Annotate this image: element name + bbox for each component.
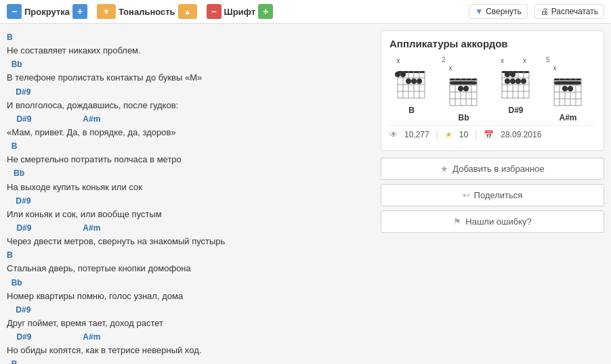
list-item: D#9 A#m (7, 221, 374, 235)
chord-label: B (7, 32, 13, 42)
svg-point-45 (515, 78, 521, 84)
list-item: Или коньяк и сок, или вообще пустым (7, 208, 374, 221)
chord-name: D#9 (508, 106, 523, 115)
svg-point-15 (417, 78, 422, 84)
action-buttons: ★ Добавить в избранное ↩ Поделиться ⚑ На… (381, 158, 604, 233)
chords-box: Аппликатуры аккордов xB2xBbxxD#95xA#m 👁 … (381, 30, 604, 151)
calendar-icon: 📅 (484, 130, 494, 139)
chord-grid (549, 73, 588, 110)
chord-label: D#9 (16, 332, 31, 342)
scroll-label: Прокрутка (24, 7, 70, 17)
list-item: Стальная дверь, потертые кнопки домофона (7, 262, 374, 275)
chord-grid (444, 73, 484, 110)
list-item: Bb (7, 166, 374, 180)
share-btn[interactable]: ↩ Поделиться (381, 184, 604, 206)
svg-point-14 (411, 78, 417, 84)
chord-label: B (7, 141, 17, 151)
font-label: Шрифт (224, 7, 256, 17)
svg-point-29 (463, 86, 469, 91)
tonality-up-btn[interactable]: ▲ (178, 4, 197, 19)
font-increase-btn[interactable]: + (258, 4, 273, 19)
report-error-label: Нашли ошибку? (465, 217, 531, 227)
chord-diagram: 5xA#m (546, 56, 590, 122)
list-item: «Мам, привет. Да, в порядке, да, здоров» (7, 126, 374, 139)
collapse-label: Свернуть (486, 7, 522, 16)
list-item: Bb (7, 276, 374, 290)
svg-point-59 (562, 86, 568, 91)
print-label: Распечатать (551, 7, 598, 16)
lyrics-panel: BНе составляет никаких проблем. BbВ теле… (7, 30, 374, 364)
tonality-down-btn[interactable]: ▼ (97, 4, 116, 19)
chord-x-row: x (394, 57, 429, 64)
collapse-btn[interactable]: ▼ Свернуть (469, 4, 528, 19)
chord-grid (497, 66, 536, 103)
svg-rect-47 (554, 78, 581, 81)
views-count: 10,277 (404, 130, 429, 139)
main-content: BНе составляет никаких проблем. BbВ теле… (0, 24, 611, 364)
toolbar-right: ▼ Свернуть 🖨 Распечатать (469, 4, 604, 19)
chord-x-row: x (446, 64, 482, 72)
date-value: 28.09.2016 (501, 130, 541, 139)
svg-point-12 (400, 72, 406, 77)
stats-bar: 👁 10,277 | ★ 10 | 📅 28.09.2016 (389, 125, 595, 143)
svg-point-13 (406, 78, 411, 84)
print-btn[interactable]: 🖨 Распечатать (534, 4, 604, 19)
list-item: В телефоне пролистать контакты до буквы … (7, 71, 374, 85)
chord-label: Bb (7, 168, 24, 178)
add-favorite-label: Добавить в избранное (452, 164, 544, 174)
chord-label: B (7, 250, 13, 260)
chord-diagram: 2xBb (442, 56, 486, 122)
report-error-btn[interactable]: ⚑ Нашли ошибку? (381, 210, 604, 233)
svg-point-44 (510, 78, 515, 84)
svg-rect-27 (450, 81, 477, 85)
chord-label: D#9 (7, 305, 30, 315)
svg-point-11 (395, 72, 400, 77)
list-item: B (7, 139, 374, 153)
list-item: Номер квартиры помню, голос узнал, дома (7, 290, 374, 303)
chord-label: A#m (83, 332, 100, 342)
chord-label: Bb (7, 60, 22, 69)
chord-label: A#m (83, 114, 100, 124)
list-item: D#9 (7, 303, 374, 317)
list-item: Но обиды копятся, как в тетрисе неверный… (7, 344, 374, 357)
chord-grid (392, 66, 431, 103)
list-item: Через двести метров, свернуть на знакомы… (7, 235, 374, 248)
font-group: − Шрифт + (207, 4, 274, 19)
toolbar: − Прокрутка + ▼ Тональность ▲ − Шрифт + … (0, 0, 611, 24)
chord-x-row: x (551, 64, 586, 72)
svg-point-60 (568, 86, 573, 91)
svg-point-46 (521, 78, 526, 84)
svg-rect-16 (450, 78, 477, 81)
chord-diagram: xB (389, 56, 434, 122)
chord-label: D#9 (16, 223, 31, 233)
favorites-count: 10 (459, 130, 468, 139)
chord-label: D#9 (7, 196, 30, 206)
chord-diagrams: xB2xBbxxD#95xA#m (389, 56, 595, 122)
chord-diagram: xxD#9 (494, 56, 538, 122)
list-item: Bb (7, 58, 374, 71)
flag-icon: ⚑ (453, 217, 461, 227)
chords-box-title: Аппликатуры аккордов (389, 38, 595, 49)
chord-label: A#m (83, 223, 100, 233)
add-favorite-btn[interactable]: ★ Добавить в избранное (381, 158, 604, 180)
list-item: B (7, 248, 374, 262)
font-decrease-btn[interactable]: − (207, 4, 222, 19)
star-icon: ★ (440, 164, 448, 174)
list-item: D#9 (7, 194, 374, 208)
right-panel: Аппликатуры аккордов xB2xBbxxD#95xA#m 👁 … (381, 30, 604, 364)
chord-fret-number: 2 (442, 56, 446, 64)
list-item: И вполголоса, дождавшись, после гудков: (7, 99, 374, 112)
svg-point-43 (505, 78, 510, 84)
chord-name: Bb (459, 113, 469, 122)
chord-x-row: xx (499, 57, 534, 64)
chord-label: Bb (7, 278, 22, 288)
scroll-increase-btn[interactable]: + (72, 4, 87, 19)
chord-name: A#m (559, 113, 576, 122)
scroll-decrease-btn[interactable]: − (7, 4, 22, 19)
chord-name: B (408, 106, 415, 115)
list-item: D#9 A#m (7, 330, 374, 344)
svg-point-28 (458, 86, 463, 91)
list-item: D#9 (7, 85, 374, 99)
chevron-down-icon: ▼ (475, 7, 483, 16)
share-icon: ↩ (463, 190, 470, 200)
